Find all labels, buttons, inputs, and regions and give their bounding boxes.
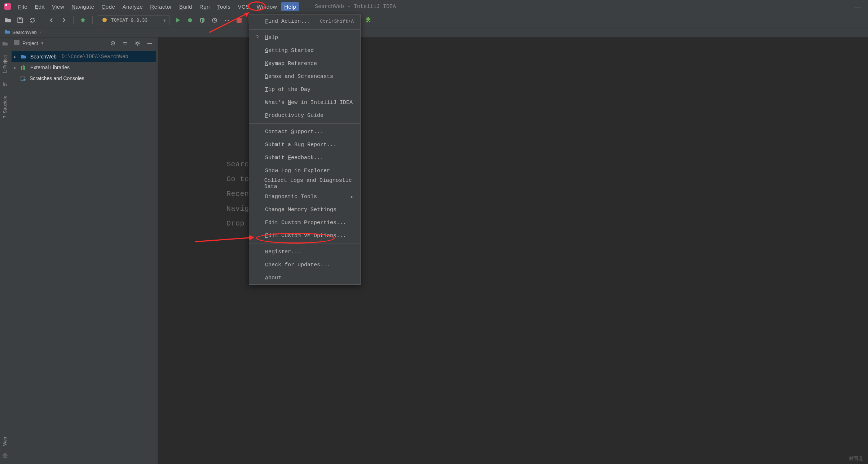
project-panel-title[interactable]: Project [22,40,38,46]
run-config-selector[interactable]: TOMCAT 9.0.33 ▾ [98,15,170,25]
hint-recent: Recen [226,190,249,198]
structure-tab-icon[interactable] [3,82,8,88]
attach-icon[interactable]: ⋯ [222,16,231,25]
back-icon[interactable] [47,16,56,25]
dd-vm-options[interactable]: Edit Custom VM Options... [249,229,360,242]
hide-icon[interactable]: — [145,39,154,48]
svg-rect-12 [14,40,19,45]
tree-scratches-label: Scratches and Consoles [30,75,84,81]
menu-run[interactable]: Run [197,2,213,11]
svg-rect-9 [4,83,5,86]
hint-search: Searc [226,160,249,168]
folder-tab-icon[interactable] [2,41,8,47]
stop-icon[interactable] [235,16,243,25]
gear-icon[interactable] [133,39,142,48]
save-icon[interactable] [16,16,25,25]
menu-help[interactable]: Help [281,2,299,11]
menu-navigate[interactable]: Navigate [69,2,97,11]
welcome-hints: Searc Go to Recen Navig Drop [226,160,249,228]
forward-icon[interactable] [60,16,68,25]
help-dropdown: Find Action... Ctrl+Shift+A ? Help Getti… [249,14,361,285]
dd-contact[interactable]: Contact Support... [249,125,360,138]
toolbar: TOMCAT 9.0.33 ▾ ⋯ [0,13,868,27]
locate-icon[interactable] [109,39,117,48]
project-panel-header: Project ▾ — [10,38,158,49]
minimize-icon[interactable]: — [854,3,861,10]
tree-root[interactable]: ▸ SearchWeb D:\Code\IDEA\SearchWeb [12,51,156,62]
plugins-icon[interactable] [364,16,373,25]
tree-root-path: D:\Code\IDEA\SearchWeb [62,54,128,60]
sync-icon[interactable] [28,16,37,25]
tab-web[interactable]: Web [3,435,8,448]
tree-scratches[interactable]: Scratches and Consoles [12,73,156,84]
collapse-icon[interactable] [121,39,129,48]
dd-getting-started[interactable]: Getting Started [249,44,360,57]
dd-demos[interactable]: Demos and Screencasts [249,70,360,83]
chevron-down-icon: ▾ [163,18,166,23]
dd-bug[interactable]: Submit a Bug Report... [249,138,360,151]
tree-external-libs[interactable]: ▸ External Libraries [12,62,156,73]
menu-analyze[interactable]: Analyze [119,2,146,11]
svg-point-15 [136,42,138,44]
project-panel: Project ▾ — ▸ SearchWeb D:\Code\IDEA\Sea… [10,38,158,464]
hint-drop: Drop [226,219,249,228]
hint-goto: Go to [226,175,249,183]
dd-whatsnew[interactable]: What's New in IntelliJ IDEA [249,96,360,109]
menu-tools[interactable]: Tools [214,2,234,11]
menu-vcs[interactable]: VCS [235,2,252,11]
scratches-icon [20,75,27,81]
run-config-name: TOMCAT 9.0.33 [111,18,147,23]
dd-check-updates[interactable]: Check for Updates... [249,258,360,271]
dd-properties[interactable]: Edit Custom Properties... [249,216,360,229]
build-icon[interactable] [79,16,87,25]
app-logo-icon [4,3,12,10]
dd-tip[interactable]: Tip of the Day [249,83,360,96]
menu-code[interactable]: Code [99,2,118,11]
dd-register[interactable]: Register... [249,245,360,258]
dd-log[interactable]: Show Log in Explorer [249,164,360,177]
menu-build[interactable]: Build [176,2,195,11]
chevron-right-icon: 〉 [39,29,44,36]
chevron-down-icon[interactable]: ▾ [41,40,44,46]
menu-edit[interactable]: Edit [32,2,48,11]
debug-icon[interactable] [186,16,194,25]
watermark: 村雨遥 [849,455,863,462]
breadcrumb: SearchWeb 〉 [0,27,868,38]
dd-collect[interactable]: Collect Logs and Diagnostic Data [249,177,360,190]
arrow-right-icon: ▸ [14,54,18,60]
open-icon[interactable] [4,16,12,25]
dd-find-action[interactable]: Find Action... Ctrl+Shift+A [249,15,360,28]
svg-rect-2 [19,18,22,19]
svg-rect-18 [24,66,25,70]
tab-structure[interactable]: 7: Structure [3,93,8,120]
left-gutter: 1: Project 7: Structure Web [0,38,10,464]
globe-icon[interactable] [2,453,8,460]
svg-point-14 [113,43,114,44]
menu-window[interactable]: Window [254,2,280,11]
module-folder-icon [21,54,27,59]
dd-productivity[interactable]: Productivity Guide [249,109,360,122]
menu-refactor[interactable]: Refactor [147,2,175,11]
dd-feedback[interactable]: Submit Feedback... [249,151,360,164]
coverage-icon[interactable] [198,16,207,25]
dd-help[interactable]: ? Help [249,31,360,44]
tomcat-icon [102,17,107,24]
menubar: File Edit View Navigate Code Analyze Ref… [0,0,868,13]
dd-about[interactable]: About [249,271,360,284]
tab-project[interactable]: 1: Project [3,53,8,76]
svg-point-3 [102,18,107,22]
svg-rect-6 [237,18,242,23]
run-icon[interactable] [173,16,182,25]
window-title: SearchWeb - IntelliJ IDEA [315,4,396,10]
dd-memory[interactable]: Change Memory Settings [249,203,360,216]
dd-keymap[interactable]: Keymap Reference [249,57,360,70]
dd-diagnostic[interactable]: Diagnostic Tools▸ [249,190,360,203]
tree-root-label: SearchWeb [30,54,57,60]
breadcrumb-root[interactable]: SearchWeb [12,30,37,35]
menu-file[interactable]: File [15,2,30,11]
profiler-icon[interactable] [210,16,219,25]
svg-rect-10 [6,84,7,86]
project-icon [14,40,19,46]
svg-point-20 [23,79,26,81]
menu-view[interactable]: View [49,2,67,11]
